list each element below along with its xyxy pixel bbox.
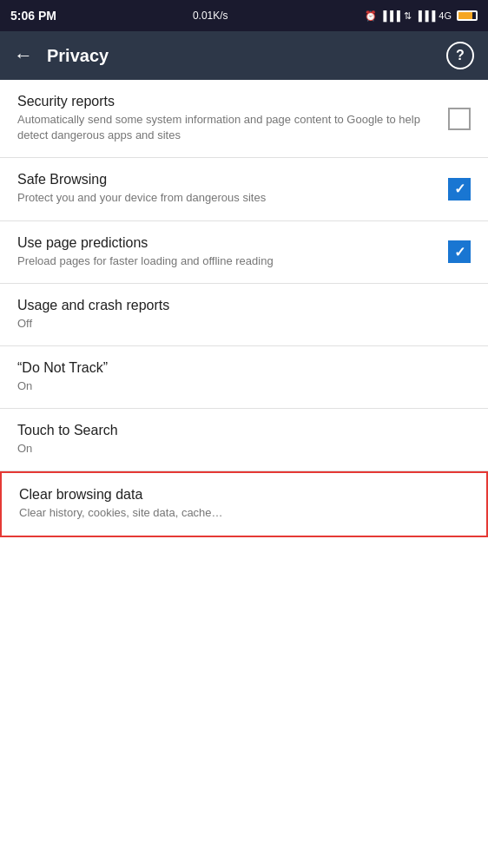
settings-item-security-reports[interactable]: Security reports Automatically send some…	[0, 80, 488, 158]
settings-item-touch-search[interactable]: Touch to Search On	[0, 409, 488, 471]
settings-item-content: Touch to Search On	[17, 423, 471, 457]
app-bar-left: ← Privacy	[14, 44, 109, 67]
transfer-icon: ⇅	[404, 10, 412, 22]
signal2-icon: ▐▐▐	[415, 10, 435, 21]
status-bar: 5:06 PM 0.01K/s ⏰ ▐▐▐ ⇅ ▐▐▐ 4G	[0, 0, 488, 31]
settings-item-content: Use page predictions Preload pages for f…	[17, 235, 448, 269]
settings-item-subtitle: On	[17, 378, 457, 394]
settings-item-title: “Do Not Track”	[17, 360, 457, 376]
settings-item-page-predictions[interactable]: Use page predictions Preload pages for f…	[0, 221, 488, 284]
settings-item-title: Security reports	[17, 94, 434, 109]
security-reports-checkbox[interactable]	[448, 108, 471, 130]
help-button[interactable]: ?	[446, 42, 474, 69]
status-time: 5:06 PM	[10, 9, 56, 23]
settings-item-usage-crash[interactable]: Usage and crash reports Off	[0, 284, 488, 346]
settings-item-subtitle: Preload pages for faster loading and off…	[17, 253, 434, 269]
back-button[interactable]: ←	[14, 44, 33, 67]
settings-item-subtitle: Automatically send some system informati…	[17, 112, 434, 143]
settings-item-content: “Do Not Track” On	[17, 360, 471, 394]
settings-item-safe-browsing[interactable]: Safe Browsing Protect you and your devic…	[0, 158, 488, 220]
settings-item-content: Security reports Automatically send some…	[17, 94, 448, 143]
settings-item-subtitle: Clear history, cookies, site data, cache…	[19, 505, 455, 521]
status-icons: ⏰ ▐▐▐ ⇅ ▐▐▐ 4G	[365, 10, 478, 22]
settings-item-content: Usage and crash reports Off	[17, 298, 471, 332]
settings-item-do-not-track[interactable]: “Do Not Track” On	[0, 346, 488, 409]
page-predictions-checkbox[interactable]	[448, 240, 471, 263]
alarm-icon: ⏰	[365, 10, 377, 22]
settings-item-title: Clear browsing data	[19, 487, 455, 503]
settings-item-content: Safe Browsing Protect you and your devic…	[17, 172, 448, 206]
settings-item-subtitle: On	[17, 441, 457, 457]
app-bar: ← Privacy ?	[0, 31, 488, 80]
settings-item-title: Use page predictions	[17, 235, 434, 251]
settings-list: Security reports Automatically send some…	[0, 80, 488, 537]
safe-browsing-checkbox[interactable]	[448, 178, 471, 201]
checkbox-checked-icon	[448, 240, 471, 263]
settings-item-title: Touch to Search	[17, 423, 457, 438]
settings-item-subtitle: Protect you and your device from dangero…	[17, 190, 434, 206]
status-network: 0.01K/s	[193, 10, 228, 22]
settings-item-title: Usage and crash reports	[17, 298, 457, 313]
signal-icon: ▐▐▐	[380, 10, 400, 21]
checkbox-checked-icon	[448, 178, 471, 201]
battery-icon	[457, 10, 478, 21]
network-type: 4G	[439, 10, 452, 21]
page-title: Privacy	[47, 46, 109, 66]
settings-item-title: Safe Browsing	[17, 172, 434, 187]
checkbox-unchecked-icon	[448, 108, 471, 130]
settings-item-content: Clear browsing data Clear history, cooki…	[19, 487, 469, 521]
settings-item-clear-browsing-data[interactable]: Clear browsing data Clear history, cooki…	[0, 471, 488, 536]
settings-item-subtitle: Off	[17, 316, 457, 332]
